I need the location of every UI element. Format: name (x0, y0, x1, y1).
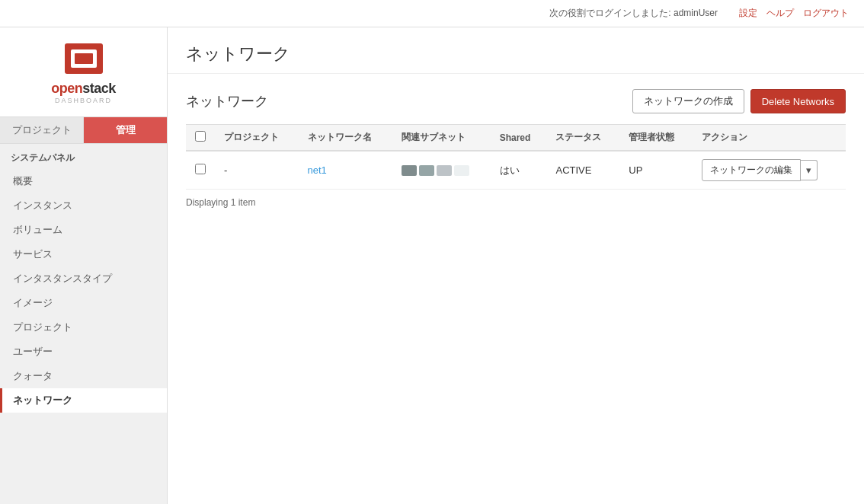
user-info-label: 次の役割でログインしました: adminUser (549, 7, 718, 20)
sidebar-item-quotas[interactable]: クォータ (0, 364, 167, 388)
subnet-block-4 (454, 165, 469, 176)
col-subnets: 関連サブネット (392, 125, 491, 152)
logo-icon (61, 40, 107, 78)
cell-actions: ネットワークの編集 ▾ (693, 151, 846, 190)
main-content: ネットワーク ネットワーク ネットワークの作成 Delete Networks … (168, 27, 864, 504)
help-link[interactable]: ヘルプ (766, 7, 794, 20)
sidebar-item-volumes[interactable]: ボリューム (0, 218, 167, 242)
sidebar-item-users[interactable]: ユーザー (0, 340, 167, 364)
logo-sub: DASHBOARD (12, 97, 155, 104)
select-all-checkbox[interactable] (195, 131, 206, 142)
settings-link[interactable]: 設定 (739, 7, 757, 20)
cell-name: net1 (299, 151, 392, 190)
edit-network-button[interactable]: ネットワークの編集 (702, 159, 801, 181)
sidebar-item-images[interactable]: イメージ (0, 291, 167, 315)
sidebar-section-title: システムパネル (0, 144, 167, 169)
col-name: ネットワーク名 (299, 125, 392, 152)
subnet-block-3 (437, 165, 452, 176)
cell-admin-state: UP (619, 151, 693, 190)
cell-subnets (392, 151, 491, 190)
cell-shared: はい (491, 151, 547, 190)
sidebar-item-projects[interactable]: プロジェクト (0, 315, 167, 340)
displaying-count: Displaying 1 item (186, 197, 846, 208)
sidebar-item-networks[interactable]: ネットワーク (0, 388, 167, 413)
content-header: ネットワーク ネットワークの作成 Delete Networks (186, 89, 846, 113)
cell-status: ACTIVE (546, 151, 619, 190)
cell-project: - (215, 151, 299, 190)
page-title: ネットワーク (186, 43, 846, 65)
tab-admin[interactable]: 管理 (84, 117, 167, 143)
content-title: ネットワーク (186, 92, 268, 110)
logo-text: openstack (12, 81, 155, 97)
col-project: プロジェクト (215, 125, 299, 152)
chevron-down-icon: ▾ (806, 164, 811, 176)
col-shared: Shared (491, 125, 547, 152)
page-header: ネットワーク (168, 27, 864, 74)
content-area: ネットワーク ネットワークの作成 Delete Networks プロジェクト … (168, 74, 864, 223)
network-name-link[interactable]: net1 (308, 164, 327, 176)
logout-link[interactable]: ログアウト (803, 7, 849, 20)
sidebar: openstack DASHBOARD プロジェクト 管理 システムパネル 概要… (0, 27, 168, 504)
networks-table: プロジェクト ネットワーク名 関連サブネット Shared ステータス 管理者状… (186, 124, 846, 190)
subnet-block-1 (402, 165, 417, 176)
table-row: - net1 はい AC (186, 151, 846, 190)
delete-networks-button[interactable]: Delete Networks (750, 89, 846, 113)
col-actions: アクション (693, 125, 846, 152)
action-buttons: ネットワークの作成 Delete Networks (632, 89, 846, 113)
sidebar-item-instances[interactable]: インスタンス (0, 193, 167, 218)
create-network-button[interactable]: ネットワークの作成 (632, 89, 744, 113)
top-bar: 次の役割でログインしました: adminUser 設定 ヘルプ ログアウト (0, 0, 864, 27)
subnet-block-2 (419, 165, 434, 176)
tab-project[interactable]: プロジェクト (0, 117, 84, 143)
action-dropdown-button[interactable]: ▾ (801, 160, 818, 180)
logo-area: openstack DASHBOARD (0, 27, 167, 117)
row-checkbox[interactable] (195, 164, 206, 174)
nav-tabs: プロジェクト 管理 (0, 117, 167, 144)
svg-rect-2 (75, 53, 93, 64)
sidebar-item-services[interactable]: サービス (0, 242, 167, 266)
col-status: ステータス (546, 125, 619, 152)
sidebar-item-overview[interactable]: 概要 (0, 169, 167, 193)
col-admin-state: 管理者状態 (619, 125, 693, 152)
sidebar-item-flavors[interactable]: インタスタンスタイプ (0, 266, 167, 291)
